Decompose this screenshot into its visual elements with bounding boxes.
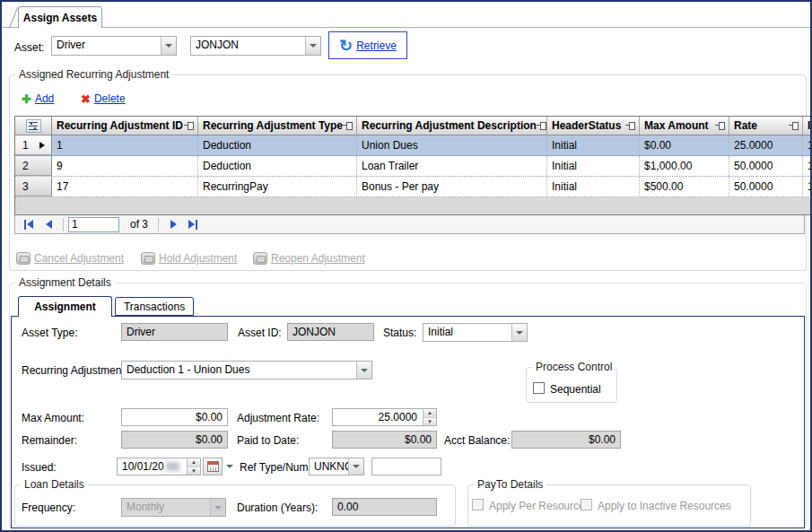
cell-max-amount[interactable]: $1,000.00 <box>640 156 729 176</box>
issued-date-field[interactable]: 10/01/20 ▲▼ <box>117 458 201 475</box>
asset-type-select[interactable]: Driver <box>51 36 177 56</box>
table-row[interactable]: 2 9 Deduction Loan Trailer Initial $1,00… <box>15 156 812 177</box>
column-header-max-amount[interactable]: Max Amount <box>640 117 729 135</box>
cell-headerstatus[interactable]: Initial <box>547 177 640 196</box>
remainder-field: $0.00 <box>121 431 228 449</box>
cell-max-amount[interactable]: $500.00 <box>640 177 729 196</box>
adjustment-rate-field[interactable]: 25.0000 ▲▼ <box>332 408 437 426</box>
refresh-icon: ↻ <box>339 38 353 54</box>
row-selector[interactable]: 1 <box>15 135 52 155</box>
apply-to-inactive-resources-label: Apply to Inactive Resources <box>598 500 731 512</box>
pager-page-input[interactable] <box>68 217 119 232</box>
tab-assignment[interactable]: Assignment <box>18 296 112 317</box>
recurring-adjustment-select[interactable]: Deduction 1 - Union Dues <box>121 361 372 379</box>
issued-date-blur <box>166 462 179 471</box>
cell-max-amount[interactable]: $0.00 <box>640 135 729 155</box>
apply-per-resource-checkbox <box>472 499 484 510</box>
cell-rate[interactable]: 50.0000 <box>729 177 803 196</box>
tab-assign-assets[interactable]: Assign Assets <box>18 6 102 28</box>
cell-issued[interactable]: 12 <box>803 177 812 196</box>
chevron-down-icon <box>214 506 222 510</box>
status-select-button[interactable] <box>511 324 527 341</box>
column-header-rate[interactable]: Rate <box>729 117 803 135</box>
column-header-headerstatus[interactable]: HeaderStatus <box>547 117 640 135</box>
calendar-dropdown-button[interactable] <box>223 458 235 475</box>
pin-icon[interactable] <box>537 121 546 130</box>
row-selector[interactable]: 2 <box>15 156 52 176</box>
table-row[interactable]: 3 17 RecurringPay Bonus - Per pay Initia… <box>15 177 812 197</box>
ref-type-select-button[interactable] <box>348 458 363 475</box>
grid-header-row: Recurring Adjustment ID Recurring Adjust… <box>15 117 812 135</box>
column-header-issued[interactable]: Issued <box>803 117 812 135</box>
cell-type[interactable]: Deduction <box>198 156 357 176</box>
cell-description[interactable]: Bonus - Per pay <box>357 177 547 196</box>
frequency-select-value: Monthly <box>122 499 210 516</box>
assign-assets-window: Assign Assets Asset: Driver JONJON ↻ Ret… <box>0 0 812 532</box>
cell-issued[interactable]: 12 <box>803 156 812 176</box>
duration-years-field: 0.00 <box>332 498 437 516</box>
max-amount-field[interactable]: $0.00 <box>121 408 228 426</box>
cancel-adjustment-button: Cancel Adjustment <box>16 252 124 265</box>
cell-headerstatus[interactable]: Initial <box>547 156 640 176</box>
spin-up-icon[interactable]: ▲ <box>188 458 200 467</box>
table-row[interactable]: 1 1 Deduction Union Dues Initial $0.00 2… <box>15 135 812 156</box>
issued-date-spinner[interactable]: ▲▼ <box>187 458 200 475</box>
pager-previous-button[interactable] <box>39 217 58 232</box>
cell-rate[interactable]: 50.0000 <box>729 156 803 176</box>
column-header-recurring-adjustment-description[interactable]: Recurring Adjustment Description <box>357 117 547 135</box>
cell-issued[interactable]: 10 <box>803 135 812 155</box>
spin-up-icon[interactable]: ▲ <box>423 409 436 418</box>
column-header-recurring-adjustment-id[interactable]: Recurring Adjustment ID <box>52 117 198 135</box>
pin-icon[interactable] <box>343 121 353 130</box>
pager-first-button[interactable] <box>19 217 39 232</box>
tab-transactions[interactable]: Transactions <box>115 297 194 316</box>
asset-type-field: Driver <box>121 323 228 341</box>
column-chooser-icon[interactable] <box>26 119 41 133</box>
chevron-down-icon <box>165 44 172 48</box>
assignment-details-title: Assignment Details <box>15 276 115 289</box>
delete-button[interactable]: ✖ Delete <box>81 92 126 105</box>
pin-icon[interactable] <box>789 121 799 130</box>
add-button[interactable]: ✚ Add <box>22 92 54 105</box>
status-select[interactable]: Initial <box>423 323 528 342</box>
adjustment-rate-spinner[interactable]: ▲▼ <box>423 409 436 425</box>
pin-icon[interactable] <box>715 121 725 130</box>
cell-id[interactable]: 1 <box>52 135 198 155</box>
cancel-adjustment-label: Cancel Adjustment <box>34 252 124 265</box>
column-header-recurring-adjustment-type[interactable]: Recurring Adjustment Type <box>198 117 357 135</box>
row-selector[interactable]: 3 <box>15 177 52 196</box>
chevron-down-icon <box>353 465 360 468</box>
recurring-adjustment-select-button[interactable] <box>356 362 371 379</box>
grid-corner-cell[interactable] <box>15 117 52 135</box>
cell-type[interactable]: Deduction <box>198 135 357 155</box>
ref-type-select[interactable]: UNKNOWN <box>309 458 364 475</box>
payto-details-title: PayTo Details <box>474 478 546 491</box>
cell-description[interactable]: Loan Trailer <box>357 156 547 176</box>
asset-id-select[interactable]: JONJON <box>190 36 321 56</box>
retrieve-button-label: Retrieve <box>356 39 397 52</box>
asset-type-select-button[interactable] <box>161 37 176 55</box>
cell-description[interactable]: Union Dues <box>357 135 547 155</box>
active-row-arrow-icon <box>39 142 45 149</box>
retrieve-button[interactable]: ↻ Retrieve <box>328 31 407 59</box>
pin-icon[interactable] <box>625 121 635 130</box>
ref-type-select-value: UNKNOWN <box>310 458 348 475</box>
tabstrip-divider <box>2 27 810 28</box>
spin-down-icon[interactable]: ▼ <box>188 467 200 475</box>
calendar-button[interactable] <box>203 458 223 475</box>
pin-icon[interactable] <box>184 121 194 130</box>
frequency-label: Frequency: <box>22 501 75 514</box>
spin-down-icon[interactable]: ▼ <box>423 418 436 426</box>
cell-headerstatus[interactable]: Initial <box>547 135 640 155</box>
cell-id[interactable]: 9 <box>52 156 198 176</box>
pager-next-button[interactable] <box>163 217 183 232</box>
pager-last-button[interactable] <box>183 217 203 232</box>
asset-id-select-button[interactable] <box>305 37 320 55</box>
cell-type[interactable]: RecurringPay <box>198 177 357 196</box>
hold-adjustment-icon <box>141 252 155 265</box>
cell-id[interactable]: 17 <box>52 177 198 196</box>
ref-num-input[interactable] <box>371 458 441 475</box>
cell-rate[interactable]: 25.0000 <box>729 135 803 155</box>
loan-details-title: Loan Details <box>21 478 88 491</box>
sequential-checkbox[interactable] <box>533 382 545 394</box>
